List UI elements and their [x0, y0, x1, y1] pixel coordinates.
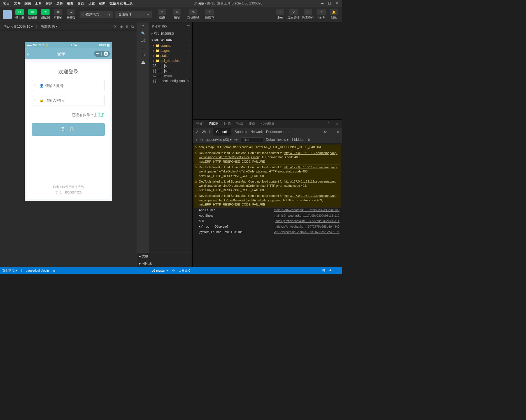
tab-output[interactable]: 输出 [236, 121, 243, 126]
tab-performance[interactable]: Performance [266, 130, 285, 134]
panel-close-icon[interactable]: ✕ [336, 122, 338, 126]
menu-item[interactable]: 文件 [12, 0, 22, 7]
cloud-icon[interactable]: ☁ [67, 9, 75, 15]
search-icon[interactable]: 🔍 [141, 31, 145, 35]
route-label[interactable]: 页面路径 ▾ [2, 269, 17, 273]
tab-build[interactable]: 构建 [196, 121, 203, 126]
file-app-json[interactable]: { }app.json [152, 68, 192, 73]
eye2-icon[interactable]: 👁 [329, 269, 332, 272]
password-field[interactable]: *🔒 [32, 95, 105, 106]
f12-icon[interactable]: 弹 [322, 269, 325, 273]
clear-console-icon[interactable]: ⊘ [200, 138, 203, 142]
page-path[interactable]: pages/login/login [26, 269, 49, 272]
menu-item[interactable]: 帮助 [97, 0, 108, 7]
detail-label: 详情 [318, 16, 325, 20]
filter-input[interactable] [241, 137, 263, 142]
kebab-icon[interactable]: ⋮ [330, 130, 334, 134]
files-icon[interactable]: 🗎 [141, 24, 145, 28]
menu-item[interactable]: 界面 [76, 0, 86, 7]
menu-item[interactable]: 微信开发者工具 [108, 0, 135, 7]
menu-item[interactable]: 视图 [65, 0, 76, 7]
settings-icon[interactable]: ⚙ [307, 138, 310, 142]
chevron-up-icon[interactable]: ⌃ [327, 122, 330, 126]
tab-terminal[interactable]: 终端 [249, 121, 255, 126]
multi-icon[interactable]: ⧉ [131, 25, 134, 29]
menu-item[interactable]: 设置 [86, 0, 97, 7]
timeline-section[interactable]: ▸ 时间线 [137, 260, 192, 267]
tab-problems[interactable]: 问题 [224, 121, 231, 126]
menu-item[interactable]: 转到 [44, 0, 54, 7]
folder-common[interactable]: ▸📁common● [152, 43, 192, 48]
sync-icon[interactable]: ⟳ [172, 269, 175, 272]
record-icon[interactable]: ◉ [120, 25, 123, 29]
git-branch[interactable]: ⎇ master*+ [152, 269, 168, 272]
simulator-icon[interactable]: ☐ [15, 9, 24, 15]
branch-icon[interactable]: ⎇ [141, 39, 145, 43]
compile-type-select[interactable]: 普通编译▾ [115, 11, 152, 18]
menu-item[interactable]: 工具 [33, 0, 44, 7]
maximize-icon[interactable]: ☐ [328, 1, 331, 5]
close-icon[interactable]: ✕ [336, 1, 338, 5]
db-icon[interactable]: ☐ [142, 53, 145, 57]
tab-network[interactable]: Network [250, 130, 263, 134]
file-project-config[interactable]: { }project.config.jsonM [152, 78, 192, 83]
version-icon[interactable]: ⎇ [289, 9, 298, 15]
menu-item[interactable]: 项目 [1, 0, 12, 7]
clear-icon[interactable]: ≡ [205, 9, 214, 15]
editor-icon[interactable]: </> [28, 9, 37, 15]
login-button[interactable]: 登 录 [32, 123, 105, 136]
dock-icon[interactable]: ⧉ [337, 130, 339, 134]
context-select[interactable]: appservice (#3) ▾ [206, 138, 232, 142]
tab-quality[interactable]: 代码质量 [261, 121, 274, 126]
api-icon[interactable]: ☕ [141, 60, 145, 64]
back-icon[interactable]: ‹ [27, 51, 29, 57]
username-field[interactable]: *👤 [32, 80, 105, 91]
msg-icon[interactable]: 🔔 [330, 9, 338, 15]
ext-icon[interactable]: ⊞ [142, 46, 145, 50]
opened-editors[interactable]: ▸打开的编辑器 [149, 30, 192, 37]
user-avatar[interactable] [3, 10, 12, 19]
device-select[interactable]: iPhone 5 100% 16 ▾ [3, 25, 33, 29]
outline-section[interactable]: ▸ 大纲 [137, 253, 192, 260]
register-link[interactable]: 注册 [97, 113, 105, 117]
inspect-icon[interactable]: ⭿ [195, 130, 198, 134]
more-icon[interactable]: ⋯ [187, 24, 190, 28]
folder-uni-modules[interactable]: ▸📁uni_modules● [152, 58, 192, 63]
device-icon[interactable]: ▯ [126, 25, 128, 29]
mode-select[interactable]: 小程序模式▾ [80, 11, 113, 18]
edu-icon[interactable]: 🎓 [304, 9, 312, 15]
levels-select[interactable]: Default levels ▾ [266, 138, 288, 142]
tabs-more-icon[interactable]: » [289, 130, 291, 134]
copy-icon[interactable]: ⧉ [53, 269, 55, 272]
compile-icon[interactable]: ⟳ [158, 9, 166, 15]
debugger-icon[interactable]: ≋ [41, 9, 50, 15]
capsule-menu[interactable]: •••|◉ [94, 51, 110, 57]
root-folder[interactable]: ▾MP-WEIXIN [149, 37, 192, 43]
refresh-icon[interactable]: ⟳ [114, 25, 117, 29]
visual-icon[interactable]: ⊞ [54, 9, 62, 15]
menu-item[interactable]: 编辑 [22, 0, 33, 7]
menu-item[interactable]: 选择 [54, 0, 65, 7]
tab-debugger[interactable]: 调试器 [208, 121, 218, 126]
file-app-wxss[interactable]: ⊑app.wxss [152, 73, 192, 78]
detail-icon[interactable]: ≡ [317, 9, 326, 15]
problems-count[interactable]: ⊘ 0 ⚠ 0 [179, 269, 190, 272]
realdev-icon[interactable]: ⇅ [189, 9, 197, 15]
folder-static[interactable]: ▸📁static [152, 53, 192, 58]
tab-console[interactable]: Console [213, 128, 231, 136]
minimize-icon[interactable]: ─ [321, 1, 323, 5]
hot-reload-toggle[interactable]: 热重载 关 ▾ [41, 24, 58, 29]
eye-icon[interactable]: 👁 [234, 138, 238, 142]
stop-icon[interactable]: ▷ [195, 138, 197, 142]
more2-icon[interactable]: ⋯ [336, 269, 339, 272]
file-app-js[interactable]: JSapp.js [152, 63, 192, 68]
console-prompt[interactable]: › [193, 262, 342, 267]
upload-icon[interactable]: ⤴ [276, 9, 284, 15]
tab-wxml[interactable]: Wxml [202, 130, 210, 134]
preview-icon[interactable]: 👁 [173, 9, 181, 15]
gear-icon[interactable]: ⚙ [324, 130, 327, 134]
username-input[interactable] [45, 84, 104, 88]
password-input[interactable] [45, 98, 104, 102]
folder-pages[interactable]: ▸📁pages● [152, 48, 192, 53]
tab-sources[interactable]: Sources [235, 130, 247, 134]
